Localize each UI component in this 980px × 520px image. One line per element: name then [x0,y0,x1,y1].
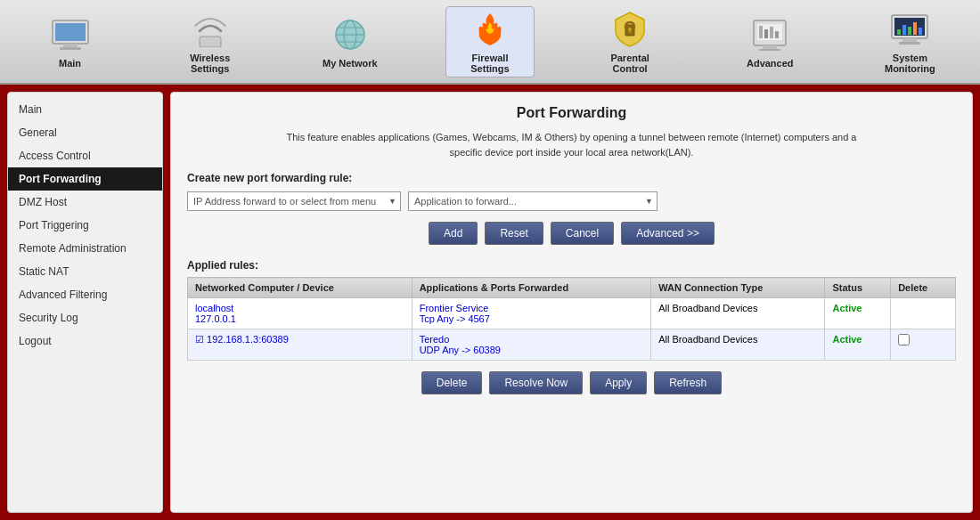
sidebar-item-logout[interactable]: Logout [8,329,162,353]
row1-device: localhost127.0.0.1 [188,298,412,329]
svg-rect-26 [908,27,911,35]
nav-firewall-settings[interactable]: FirewallSettings [445,6,535,77]
nav-main[interactable]: Main [26,6,115,77]
sidebar-item-static-nat[interactable]: Static NAT [8,260,162,283]
svg-rect-19 [775,31,779,38]
col-header-device: Networked Computer / Device [188,278,412,298]
nav-wireless-label: WirelessSettings [190,53,230,74]
sidebar-item-advanced-filtering[interactable]: Advanced Filtering [8,283,162,306]
app-dropdown-wrapper: Application to forward... [408,191,657,211]
add-button[interactable]: Add [429,222,478,245]
ip-address-dropdown[interactable]: IP Address forward to or select from men… [187,191,401,211]
table-row: ☑ 192.168.1.3:60389 TeredoUDP Any -> 603… [188,329,956,361]
sidebar-item-security-log[interactable]: Security Log [8,306,162,329]
row2-app: TeredoUDP Any -> 60389 [412,329,651,361]
page-title: Port Forwarding [187,105,956,121]
sidebar-item-port-forwarding[interactable]: Port Forwarding [8,167,162,191]
svg-rect-20 [763,45,777,49]
svg-rect-18 [770,27,773,38]
nav-wireless-settings[interactable]: WirelessSettings [166,6,255,77]
col-header-wan: WAN Connection Type [651,278,825,298]
svg-rect-28 [919,28,922,35]
network-icon [331,15,370,54]
nav-main-label: Main [59,58,81,69]
bottom-buttons: Delete Resolve Now Apply Refresh [187,371,956,394]
svg-rect-25 [902,25,906,35]
row1-wan: All Broadband Devices [651,298,825,329]
svg-rect-1 [55,23,86,41]
applied-rules-label: Applied rules: [187,259,956,272]
row2-status: Active [825,329,891,361]
table-row: localhost127.0.0.1 Frontier ServiceTcp A… [188,298,956,329]
nav-parental-control[interactable]: ParentalControl [585,6,674,77]
system-monitoring-icon [890,10,929,49]
row2-device: ☑ 192.168.1.3:60389 [188,329,412,361]
sidebar: Main General Access Control Port Forward… [7,92,163,513]
application-dropdown[interactable]: Application to forward... [408,191,657,211]
svg-rect-29 [902,38,917,42]
svg-rect-3 [60,47,81,50]
resolve-now-button[interactable]: Resolve Now [489,371,583,394]
sidebar-item-main[interactable]: Main [8,98,162,121]
svg-rect-2 [63,44,78,47]
row2-device-link[interactable]: ☑ 192.168.1.3:60389 [195,334,289,345]
top-navigation: Main WirelessSettings My Network [0,0,980,85]
svg-rect-17 [764,29,768,38]
action-buttons: Add Reset Cancel Advanced >> [187,222,956,245]
nav-system-monitoring-label: SystemMonitoring [885,53,935,74]
col-header-status: Status [825,278,891,298]
row1-app: Frontier ServiceTcp Any -> 4567 [412,298,651,329]
row1-status: Active [825,298,891,329]
svg-rect-24 [897,29,901,35]
right-panel: Port Forwarding This feature enables app… [170,92,973,513]
nav-advanced[interactable]: Advanced [725,6,814,77]
apply-button[interactable]: Apply [590,371,647,394]
nav-system-monitoring[interactable]: SystemMonitoring [865,6,954,77]
parental-icon [610,10,649,49]
sidebar-item-access-control[interactable]: Access Control [8,144,162,167]
main-content: Main General Access Control Port Forward… [0,85,980,520]
nav-my-network-label: My Network [323,58,378,69]
sidebar-item-remote-administration[interactable]: Remote Administration [8,237,162,260]
create-rule-label: Create new port forwarding rule: [187,172,956,184]
row1-app-link[interactable]: Frontier ServiceTcp Any -> 4567 [420,303,490,324]
rules-table: Networked Computer / Device Applications… [187,277,956,361]
firewall-icon [470,10,510,49]
nav-parental-label: ParentalControl [610,53,649,74]
ip-dropdown-wrapper: IP Address forward to or select from men… [187,191,401,211]
nav-firewall-label: FirewallSettings [470,53,509,74]
sidebar-item-general[interactable]: General [8,121,162,144]
nav-my-network[interactable]: My Network [306,6,395,77]
advanced-button[interactable]: Advanced >> [621,222,715,245]
svg-rect-21 [759,49,780,51]
svg-rect-30 [899,42,920,45]
nav-advanced-label: Advanced [747,58,794,69]
reset-button[interactable]: Reset [485,222,543,245]
col-header-app: Applications & Ports Forwarded [412,278,651,298]
advanced-icon [750,15,789,54]
sidebar-item-port-triggering[interactable]: Port Triggering [8,214,162,237]
row2-app-link[interactable]: TeredoUDP Any -> 60389 [420,334,501,355]
svg-rect-5 [200,37,221,47]
wireless-icon [191,10,230,49]
row1-delete [891,298,956,329]
svg-rect-16 [759,26,763,38]
cancel-button[interactable]: Cancel [551,222,614,245]
row1-device-link[interactable]: localhost127.0.0.1 [195,303,236,324]
delete-button[interactable]: Delete [421,371,483,394]
sidebar-item-dmz-host[interactable]: DMZ Host [8,191,162,214]
create-rule-row: IP Address forward to or select from men… [187,191,956,211]
row2-wan: All Broadband Devices [651,329,825,361]
row2-delete-checkbox[interactable] [898,334,910,345]
refresh-button[interactable]: Refresh [654,371,722,394]
svg-rect-27 [913,22,917,35]
col-header-delete: Delete [891,278,956,298]
row2-delete[interactable] [891,329,956,361]
svg-point-12 [628,28,632,31]
main-icon [51,15,90,54]
page-description: This feature enables applications (Games… [187,130,956,159]
